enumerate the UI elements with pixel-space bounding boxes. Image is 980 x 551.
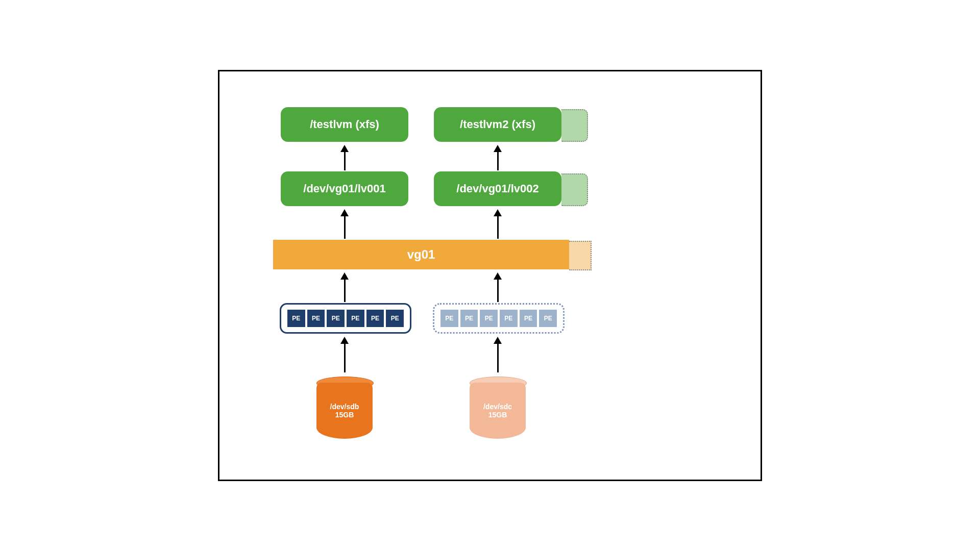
filesystem-right: /testlvm2 (xfs) xyxy=(434,107,561,142)
pe-block: PE xyxy=(366,310,384,327)
pe-block-ghost: PE xyxy=(460,310,478,327)
pe-block: PE xyxy=(347,310,364,327)
pe-block-ghost: PE xyxy=(480,310,498,327)
disk-right-size: 15GB xyxy=(488,411,507,419)
volume-group-extension xyxy=(569,241,592,270)
pe-group-left: PE PE PE PE PE PE xyxy=(280,303,411,334)
pe-block: PE xyxy=(307,310,325,327)
pe-block: PE xyxy=(327,310,345,327)
logical-volume-left: /dev/vg01/lv001 xyxy=(281,171,408,206)
pe-block: PE xyxy=(386,310,404,327)
disk-right-name: /dev/sdc xyxy=(483,403,512,411)
filesystem-right-extension xyxy=(561,109,588,142)
logical-volume-right-extension xyxy=(561,173,588,206)
volume-group: vg01 xyxy=(273,240,569,269)
disk-right: /dev/sdc 15GB xyxy=(470,383,526,439)
pe-block-ghost: PE xyxy=(500,310,518,327)
disk-left: /dev/sdb 15GB xyxy=(316,383,373,439)
pe-block-ghost: PE xyxy=(520,310,537,327)
pe-block-ghost: PE xyxy=(539,310,557,327)
disk-left-size: 15GB xyxy=(335,411,354,419)
lvm-diagram-frame: /testlvm (xfs) /testlvm2 (xfs) /dev/vg01… xyxy=(218,70,762,481)
pe-group-right: PE PE PE PE PE PE xyxy=(433,303,565,334)
disk-left-name: /dev/sdb xyxy=(330,403,359,411)
filesystem-left: /testlvm (xfs) xyxy=(281,107,408,142)
pe-block: PE xyxy=(287,310,305,327)
logical-volume-right: /dev/vg01/lv002 xyxy=(434,171,561,206)
pe-block-ghost: PE xyxy=(440,310,458,327)
